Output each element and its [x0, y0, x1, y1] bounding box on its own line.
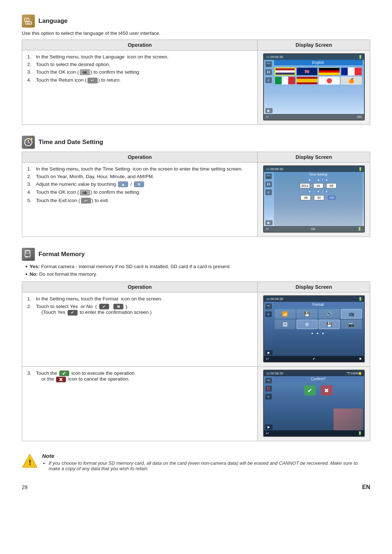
flag-de	[319, 67, 340, 75]
time-date-title: Time and Date Setting	[38, 139, 103, 146]
exit-inline-icon: ↩	[81, 198, 91, 204]
language-screen-cell: 📹 00:06:30 🔋 📷 🎞 ≡ ▶ English	[258, 50, 370, 125]
ok-inline-icon-time: ok	[80, 190, 90, 196]
flag-es	[297, 77, 318, 85]
flag-other: 🍊	[341, 77, 362, 85]
ficon-sd: 💾	[319, 320, 340, 329]
no-bold: No:	[30, 271, 38, 277]
language-badge: EN	[362, 484, 370, 491]
note-content: Note If you choose to format your SD mem…	[42, 453, 370, 472]
format-icon: SD	[22, 248, 35, 261]
svg-line-6	[28, 142, 30, 143]
language-icon: abc	[22, 15, 35, 28]
svg-point-1	[26, 19, 28, 20]
time-step-3: 3.Adjust the numeric value by touching ▲…	[27, 181, 252, 187]
cam-icon-c3: ≡	[265, 394, 272, 399]
lang-step-2: 2.Touch to select the desired option.	[27, 62, 252, 67]
format-step-3: 3. Touch the ✔ icon to execute the opera…	[27, 370, 252, 382]
note-title: Note	[42, 453, 370, 459]
language-description: Use this option to select the language o…	[22, 30, 370, 36]
cam-icon-t3: ≡	[265, 189, 272, 195]
exec-check-icon: ✔	[59, 370, 69, 376]
note-text: If you choose to format your SD memory c…	[42, 460, 370, 471]
down-arrow-icon: ▼	[134, 181, 144, 187]
time-screen-cell: 📹 00:06:30 🔋 📷 🎞 ≡ ▶ Time Setting	[258, 163, 370, 237]
cam-time-lang: 📹 00:06:30	[266, 55, 283, 59]
language-title: Language	[38, 17, 68, 25]
month-field: 10	[313, 183, 323, 188]
language-screen-header: Display Screen	[258, 40, 370, 50]
cam-icon-3: ≡	[265, 77, 272, 83]
cam-ok-btn: OK	[357, 115, 362, 119]
language-section-title: abc Language	[22, 15, 370, 28]
confirm-cam-screen: 📹 00:06:30 📷1000⭐ 📷 ⭕ ≡ ▶ Confirm?	[263, 370, 365, 437]
cam-left-icons-time: 📷 🎞 ≡	[265, 173, 272, 195]
confirm-area: Confirm? ✔ ✖	[274, 376, 363, 430]
cam-bottombar-time: ↩ OK 🔋	[264, 226, 364, 232]
cancel-x-icon: ✖	[56, 377, 66, 382]
format-bullet-no: No: Do not format the memory.	[25, 271, 370, 277]
format-ops-cell-1: 1.In the Setting menu, touch the Format …	[22, 292, 258, 367]
day-up-btn: ▲	[324, 178, 329, 182]
time-step-1: 1.In the Setting menu, touch the Time Se…	[27, 166, 252, 172]
lang-flags-grid: 🇬🇧 🔴 🍊	[274, 67, 363, 85]
time-cam-screen: 📹 00:06:30 🔋 📷 🎞 ≡ ▶ Time Setting	[263, 165, 365, 233]
cam-battery-time: 🔋	[358, 167, 362, 171]
cam-ok-time: OK	[311, 227, 315, 231]
note-warning-icon: !	[22, 453, 38, 470]
cam-bottombar-format1: ↩ ✔ ✖	[264, 356, 364, 362]
format-icons-grid: 📶 💾 🔊 📺 🖼 ⚙ 💾 📷	[274, 308, 363, 330]
cam-check-format1: ✔	[313, 357, 315, 361]
time-setting-box: Time Setting ▲ ▲ / ▲ 2011	[274, 172, 363, 226]
hour-field: 09	[301, 195, 311, 200]
cam-time-time: 📹 00:06:30	[266, 167, 283, 171]
year-field: 2011	[300, 183, 310, 188]
cam-battery-confirm: 🔋	[358, 431, 362, 435]
cam-topbar-format1: 📹 00:06:30 🔋	[264, 296, 364, 302]
flag-uk: 🇬🇧	[297, 67, 318, 75]
svg-text:abc: abc	[27, 22, 31, 24]
cam-topbar-time: 📹 00:06:30 🔋	[264, 166, 364, 172]
time-down-row: ▼ ▼ / ▼	[274, 189, 363, 194]
language-op-list: 1.In the Setting menu, touch the Languag…	[27, 54, 252, 83]
cam-return-format1: ↩	[266, 357, 269, 361]
check-inline-2: ✔	[68, 310, 78, 316]
month-up-btn: ▲	[316, 178, 321, 182]
format-table: Operation Display Screen 1.In the Settin…	[22, 282, 370, 441]
cam-play-btn-format1: ▶	[265, 350, 273, 355]
month-dn-btn: ▼	[316, 190, 321, 194]
format-bullet-yes: Yes: Format camera - internal memory if …	[25, 264, 370, 270]
time-op-header: Operation	[22, 152, 258, 163]
confirm-no-btn: ✖	[321, 385, 332, 395]
time-up-row: ▲ ▲ / ▲	[274, 177, 363, 182]
time-ops-cell: 1.In the Setting menu, touch the Time Se…	[22, 163, 258, 237]
time-screen-header: Display Screen	[258, 152, 370, 163]
cam-icon-t2: 🎞	[265, 181, 272, 187]
lang-step-4: 4.Touch the Return icon (↩) to return.	[27, 77, 252, 83]
format-screen-cell-2: 📹 00:06:30 📷1000⭐ 📷 ⭕ ≡ ▶ Confirm?	[258, 367, 370, 441]
cam-left-icons-lang: 📷 🎞 ≡	[265, 61, 272, 83]
cam-bottombar-confirm: ↩ 🔋	[264, 430, 364, 436]
svg-rect-11	[26, 251, 29, 253]
confirm-yes-btn: ✔	[304, 385, 316, 395]
time-date-table: Operation Display Screen 1.In the Settin…	[22, 152, 370, 237]
up-arrow-icon: ▲	[118, 181, 128, 187]
lang-step-1: 1.In the Setting menu, touch the Languag…	[27, 54, 252, 59]
ficon-pic: 🖼	[275, 320, 296, 329]
ficon-mem: 💾	[297, 309, 318, 319]
return-inline-icon: ↩	[87, 78, 98, 83]
cam-return-btn: ↩	[266, 115, 269, 119]
cam-icon-f2: ≡	[265, 311, 272, 317]
flag-it	[275, 77, 296, 85]
time-op-list: 1.In the Setting menu, touch the Time Se…	[27, 166, 252, 204]
time-hm-row: 09 : 30 AM	[274, 194, 363, 201]
ok-inline-icon: ok	[80, 69, 90, 75]
time-icon	[22, 136, 35, 149]
language-cam-screen: 📹 00:06:30 🔋 📷 🎞 ≡ ▶ English	[263, 53, 365, 120]
format-menu-area-1: Format 📶 💾 🔊 📺 🖼 ⚙ 💾 📷	[274, 302, 363, 356]
page-number: 29	[22, 484, 28, 490]
format-section-title: SD Format Memory	[22, 248, 370, 261]
ficon-cam: 📷	[341, 320, 362, 329]
time-step-4: 4.Touch the OK icon (ok) to confirm the …	[27, 189, 252, 195]
flag-fr	[341, 67, 362, 75]
